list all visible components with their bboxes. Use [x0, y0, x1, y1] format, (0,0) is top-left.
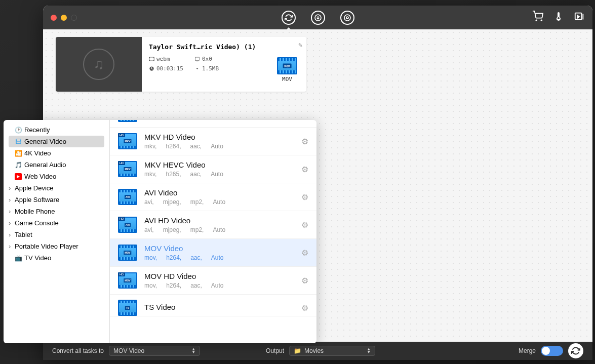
category-apple-software[interactable]: Apple Software — [4, 194, 109, 206]
gear-icon[interactable]: ⚙ — [301, 165, 308, 174]
convert-tab[interactable] — [282, 11, 296, 25]
format-name: AVI Video — [144, 188, 294, 197]
category-label: Mobile Phone — [15, 208, 55, 215]
category-tablet[interactable]: Tablet — [4, 229, 109, 240]
output-folder-select[interactable]: 📁Movies ▲▼ — [289, 346, 375, 356]
format-file-icon: MKV — [118, 120, 137, 122]
convert-format-select[interactable]: MOV Video ▲▼ — [109, 346, 200, 356]
format-item[interactable]: MKVMKV HD Videomkv,h264,aac,Auto⚙ — [110, 128, 316, 155]
note-icon: 🎵 — [15, 161, 22, 169]
media-thumbnail: ♫ — [56, 37, 142, 92]
svg-rect-12 — [153, 60, 154, 61]
close-window-button[interactable] — [51, 15, 57, 21]
output-format-badge[interactable]: MOV MOV — [277, 57, 297, 83]
category-portable-video-player[interactable]: Portable Video Player — [4, 240, 109, 252]
category-label: Tablet — [15, 231, 32, 238]
category-tv-video[interactable]: 📺TV Video — [4, 252, 109, 264]
category-label: TV Video — [24, 254, 51, 262]
traffic-lights — [51, 15, 77, 21]
format-file-icon: MKV — [118, 133, 137, 149]
format-category-sidebar: 🕑Recently🎞General Video🎦4K Video🎵General… — [4, 120, 110, 343]
category-general-audio[interactable]: 🎵General Audio — [4, 159, 109, 171]
output-label: Output — [266, 347, 284, 354]
category-4k-video[interactable]: 🎦4K Video — [4, 147, 109, 159]
format-item[interactable]: MKVMKV HEVC Videomkv,h265,aac,Auto⚙ — [110, 155, 316, 183]
format-sub: avi,mjpeg,mp2,Auto — [144, 198, 294, 206]
tv-icon: 📺 — [15, 255, 22, 262]
format-item[interactable]: AVIAVI HD Videoavi,mjpeg,mp2,Auto⚙ — [110, 211, 316, 239]
format-file-icon: AVI — [118, 217, 137, 233]
svg-rect-6 — [149, 57, 154, 61]
gear-icon[interactable]: ⚙ — [301, 303, 308, 313]
thermometer-icon[interactable] — [553, 11, 564, 24]
format-item[interactable]: MKVmkv,h264,aac,Auto⚙ — [110, 120, 316, 128]
gear-icon[interactable]: ⚙ — [301, 220, 308, 230]
download-tab[interactable] — [311, 11, 325, 25]
category-label: Portable Video Player — [15, 242, 78, 250]
format-name: TS Video — [144, 303, 294, 311]
cart-icon[interactable] — [532, 11, 543, 24]
format-name: MOV HD Video — [144, 272, 294, 280]
category-game-console[interactable]: Game Console — [4, 217, 109, 229]
folder-icon: 📁 — [294, 347, 301, 354]
svg-rect-7 — [149, 57, 150, 58]
merge-toggle[interactable] — [541, 346, 563, 356]
format-list[interactable]: MKVmkv,h264,aac,Auto⚙MKVMKV HD Videomkv,… — [110, 120, 316, 343]
music-placeholder-icon: ♫ — [83, 49, 114, 80]
svg-point-2 — [346, 17, 348, 19]
svg-point-4 — [541, 20, 542, 21]
media-resolution: 0x0 — [194, 56, 240, 62]
media-format: webm — [149, 56, 194, 62]
maximize-window-button[interactable] — [71, 15, 77, 21]
format-sub: mkv,h265,aac,Auto — [144, 171, 294, 178]
format-item[interactable]: TSTS Video⚙ — [110, 295, 316, 316]
category-general-video[interactable]: 🎞General Video — [9, 136, 104, 147]
gear-icon[interactable]: ⚙ — [301, 192, 308, 202]
format-item[interactable]: MOVMOV Videomov,h264,aac,Auto⚙ — [110, 239, 316, 267]
media-library-icon[interactable] — [574, 11, 585, 24]
svg-rect-9 — [149, 60, 150, 61]
format-name: MOV Video — [144, 244, 294, 253]
minimize-window-button[interactable] — [61, 15, 67, 21]
category-label: Apple Software — [15, 196, 59, 204]
toolbar-right — [532, 11, 585, 24]
format-name: MKV HEVC Video — [144, 160, 294, 169]
4k-icon: 🎦 — [15, 150, 22, 157]
edit-icon[interactable]: ✎ — [298, 41, 302, 49]
format-name: AVI HD Video — [144, 216, 294, 225]
category-label: General Audio — [24, 161, 66, 169]
start-convert-button[interactable] — [568, 343, 583, 358]
media-title: Taylor Swift…ric Video) (1) — [149, 43, 299, 51]
media-card[interactable]: ♫ ✎ Taylor Swift…ric Video) (1) webm 0x0 — [56, 37, 306, 92]
category-label: Game Console — [15, 219, 59, 227]
format-item[interactable]: AVIAVI Videoavi,mjpeg,mp2,Auto⚙ — [110, 183, 316, 211]
format-file-icon: MOV — [118, 245, 137, 261]
gear-icon[interactable]: ⚙ — [301, 276, 308, 286]
category-label: General Video — [24, 138, 66, 145]
category-mobile-phone[interactable]: Mobile Phone — [4, 206, 109, 217]
output-format-label: MOV — [277, 76, 297, 83]
titlebar — [43, 6, 592, 29]
category-label: Web Video — [24, 173, 56, 180]
media-size: 1.5MB — [194, 65, 240, 72]
youtube-icon: ▶ — [15, 173, 22, 180]
disc-tab[interactable] — [340, 11, 354, 25]
gear-icon[interactable]: ⚙ — [301, 137, 308, 146]
format-picker-popup: 🕑Recently🎞General Video🎦4K Video🎵General… — [4, 120, 316, 343]
gear-icon[interactable]: ⚙ — [301, 248, 308, 258]
category-label: Apple Device — [15, 184, 54, 192]
category-recently[interactable]: 🕑Recently — [4, 124, 109, 136]
svg-rect-11 — [153, 59, 154, 59]
format-item[interactable]: MOVMOV HD Videomov,h264,aac,Auto⚙ — [110, 267, 316, 295]
format-file-icon: MOV — [118, 272, 137, 289]
film-blue-icon: 🎞 — [15, 138, 22, 145]
mode-tabs — [282, 11, 354, 25]
format-icon: MOV — [277, 57, 297, 74]
svg-point-3 — [536, 20, 537, 21]
category-apple-device[interactable]: Apple Device — [4, 182, 109, 194]
format-file-icon: MKV — [118, 161, 137, 177]
format-name: MKV HD Video — [144, 133, 294, 141]
clock-icon: 🕑 — [15, 127, 22, 134]
category-label: 4K Video — [24, 149, 51, 157]
category-web-video[interactable]: ▶Web Video — [4, 171, 109, 182]
